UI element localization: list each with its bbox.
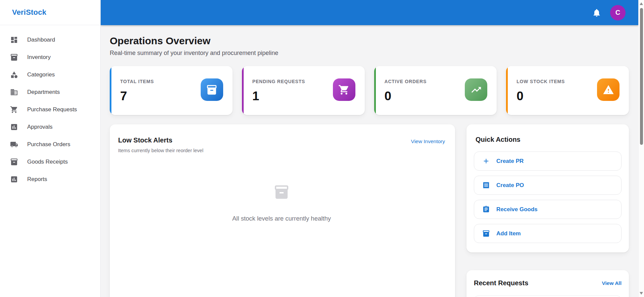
stat-card-low-stock-items: LOW STOCK ITEMS 0 [506, 66, 629, 115]
bar-chart-icon [10, 175, 18, 183]
low-stock-empty-state: All stock levels are currently healthy [118, 184, 445, 222]
inventory-box-icon [10, 53, 18, 61]
scrollbar-down-arrow-icon[interactable] [640, 292, 643, 295]
notifications-bell-icon[interactable] [592, 8, 601, 17]
sidebar-item-label: Purchase Orders [27, 141, 70, 148]
request-row[interactable]: PR-e1a4 CONVERTED [474, 295, 622, 297]
inventory-box-icon [201, 78, 223, 101]
create-po-label: Create PO [496, 182, 524, 189]
low-stock-subtitle: Items currently below their reorder leve… [118, 148, 203, 153]
low-stock-empty-text: All stock levels are currently healthy [118, 215, 445, 222]
stat-accent-stripe [242, 66, 244, 115]
page-scrollbar[interactable] [638, 0, 644, 297]
stat-accent-stripe [374, 66, 376, 115]
quick-actions-panel: Quick Actions Create PR Create PO Receiv… [466, 124, 629, 252]
sidebar-item-goods-receipts[interactable]: Goods Receipts [0, 153, 100, 171]
sidebar-item-departments[interactable]: Departments [0, 83, 100, 101]
view-all-link[interactable]: View All [602, 280, 622, 286]
sidebar-nav: Dashboard Inventory Categories Departmen… [0, 25, 100, 188]
scrollbar-up-arrow-icon[interactable] [640, 2, 643, 5]
recent-requests-header: Recent Requests View All [474, 279, 622, 287]
topbar: C [101, 0, 638, 25]
right-column: Quick Actions Create PR Create PO Receiv… [466, 124, 629, 297]
sidebar-header: VeriStock [0, 0, 100, 25]
receive-goods-label: Receive Goods [496, 206, 538, 213]
sidebar-item-dashboard[interactable]: Dashboard [0, 31, 100, 49]
sidebar-item-label: Dashboard [27, 37, 55, 43]
stat-card-active-orders: ACTIVE ORDERS 0 [374, 66, 497, 115]
receive-goods-button[interactable]: Receive Goods [474, 200, 622, 219]
low-stock-header-text: Low Stock Alerts Items currently below t… [118, 136, 203, 153]
low-stock-header: Low Stock Alerts Items currently below t… [118, 136, 445, 153]
low-stock-title: Low Stock Alerts [118, 136, 203, 144]
stats-row: TOTAL ITEMS 7 PENDING REQUESTS 1 ACTIVE … [110, 66, 629, 115]
app-logo: VeriStock [12, 8, 46, 17]
sidebar-item-label: Inventory [27, 54, 51, 61]
create-pr-label: Create PR [496, 158, 524, 165]
dashboard-icon [10, 36, 18, 44]
sidebar-item-categories[interactable]: Categories [0, 66, 100, 83]
quick-actions-title: Quick Actions [476, 136, 622, 143]
low-stock-alerts-panel: Low Stock Alerts Items currently below t… [110, 124, 455, 297]
sidebar-item-inventory[interactable]: Inventory [0, 49, 100, 66]
user-avatar[interactable]: C [610, 5, 626, 20]
bar-chart-icon [10, 123, 18, 131]
sidebar-item-label: Approvals [27, 124, 53, 130]
sidebar-item-reports[interactable]: Reports [0, 171, 100, 188]
sidebar-item-label: Reports [27, 176, 47, 183]
sidebar-item-label: Goods Receipts [27, 159, 68, 165]
clipboard-icon [482, 205, 490, 213]
inventory-box-icon [274, 195, 290, 201]
add-item-button[interactable]: Add Item [474, 224, 622, 243]
inventory-box-icon [482, 230, 490, 237]
stat-accent-stripe [506, 66, 508, 115]
sidebar-item-purchase-requests[interactable]: Purchase Requests [0, 101, 100, 118]
recent-requests-title: Recent Requests [474, 279, 528, 287]
page-title: Operations Overview [110, 35, 629, 47]
create-po-button[interactable]: Create PO [474, 176, 622, 195]
stat-card-total-items: TOTAL ITEMS 7 [110, 66, 233, 115]
page-subtitle: Real-time summary of your inventory and … [110, 50, 629, 57]
cart-icon [10, 106, 18, 114]
sidebar-item-approvals[interactable]: Approvals [0, 118, 100, 136]
content-row: Low Stock Alerts Items currently below t… [110, 124, 629, 297]
stat-card-pending-requests: PENDING REQUESTS 1 [242, 66, 365, 115]
sidebar-item-label: Departments [27, 89, 60, 96]
sidebar-item-label: Purchase Requests [27, 106, 77, 113]
stat-accent-stripe [110, 66, 111, 115]
create-pr-button[interactable]: Create PR [474, 152, 622, 171]
main-content: Operations Overview Real-time summary of… [101, 25, 638, 297]
shapes-icon [10, 71, 18, 79]
plus-icon [482, 157, 490, 165]
building-icon [10, 88, 18, 96]
sidebar-item-label: Categories [27, 71, 55, 78]
scrollbar-thumb[interactable] [640, 8, 643, 145]
warning-icon [597, 78, 620, 101]
cart-icon [333, 78, 355, 101]
receipt-icon [482, 181, 490, 189]
sidebar-item-purchase-orders[interactable]: Purchase Orders [0, 136, 100, 153]
trending-up-icon [465, 78, 487, 101]
inventory-box-icon [10, 158, 18, 166]
truck-icon [10, 140, 18, 148]
view-inventory-link[interactable]: View Inventory [411, 138, 445, 144]
recent-requests-panel: Recent Requests View All PR-e1a4 CONVERT… [466, 270, 629, 297]
sidebar: VeriStock Dashboard Inventory Categories… [0, 0, 101, 297]
add-item-label: Add Item [496, 230, 521, 237]
